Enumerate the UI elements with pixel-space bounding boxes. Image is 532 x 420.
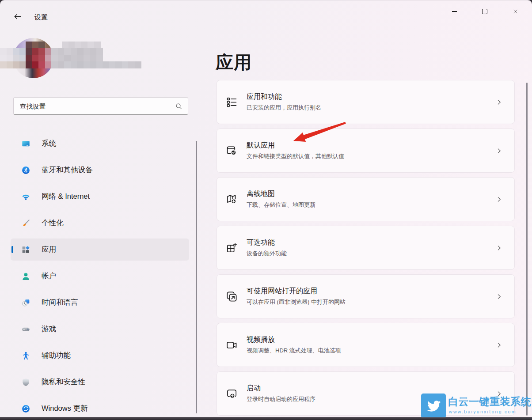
search-box[interactable]	[13, 97, 188, 115]
settings-card-default-apps[interactable]: 默认应用文件和链接类型的默认值，其他默认值	[217, 129, 515, 173]
card-text: 可选功能设备的额外功能	[247, 238, 287, 257]
sidebar-item-privacy[interactable]: 隐私和安全性	[11, 371, 189, 393]
card-text: 默认应用文件和链接类型的默认值，其他默认值	[247, 141, 344, 160]
card-subtitle: 视频调整、HDR 流式处理、电池选项	[247, 347, 341, 355]
window-bottom-edge	[0, 417, 532, 420]
sidebar-item-accounts[interactable]: 帐户	[11, 265, 189, 287]
video-playback-icon	[226, 339, 238, 351]
window-title: 设置	[34, 13, 48, 22]
search-icon	[175, 102, 183, 110]
settings-card-apps-features[interactable]: 应用和功能已安装的应用，应用执行别名	[217, 80, 515, 124]
watermark: 白云一键重装系统 www.baiyunxitong.com	[420, 393, 532, 417]
avatar[interactable]	[13, 38, 53, 78]
startup-icon	[226, 388, 238, 400]
card-title: 应用和功能	[247, 92, 321, 102]
card-text: 视频播放视频调整、HDR 流式处理、电池选项	[247, 335, 341, 355]
sidebar-item-time-language[interactable]: 时间和语言	[11, 291, 189, 314]
chevron-right-icon	[495, 196, 503, 203]
chevron-right-icon	[495, 341, 503, 349]
sidebar-item-label: 帐户	[42, 271, 56, 281]
card-title: 离线地图	[247, 189, 315, 199]
sidebar-item-label: 系统	[42, 139, 56, 148]
settings-window: 设置 系统蓝牙和其他设备网络 & Internet个性化应用帐户时间和语言游戏辅…	[0, 0, 532, 417]
sidebar-item-label: Windows 更新	[42, 404, 88, 413]
offline-maps-icon	[226, 193, 238, 205]
sidebar-item-apps[interactable]: 应用	[11, 238, 189, 261]
default-apps-icon	[226, 145, 238, 157]
chevron-right-icon	[495, 147, 503, 155]
settings-card-list: 应用和功能已安装的应用，应用执行别名默认应用文件和链接类型的默认值，其他默认值离…	[217, 80, 515, 417]
card-subtitle: 下载、存储位置、地图更新	[247, 201, 315, 209]
back-button[interactable]	[11, 11, 24, 24]
selected-indicator	[11, 246, 13, 253]
card-subtitle: 文件和链接类型的默认值，其他默认值	[247, 152, 344, 160]
settings-card-websites-apps[interactable]: 可使用网站打开的应用可以在应用 (而非浏览器) 中打开的网站	[217, 274, 515, 318]
sidebar-item-label: 网络 & Internet	[42, 192, 90, 201]
screenshot-stage: { "window": { "title": "设置", "controls":…	[0, 0, 532, 420]
maximize-icon	[482, 9, 487, 14]
card-title: 可选功能	[247, 238, 287, 247]
sidebar-item-system[interactable]: 系统	[11, 132, 189, 155]
card-text: 应用和功能已安装的应用，应用执行别名	[247, 92, 321, 112]
sidebar-item-label: 蓝牙和其他设备	[42, 165, 93, 175]
sidebar-item-label: 隐私和安全性	[42, 377, 85, 387]
sidebar-item-label: 应用	[42, 245, 56, 254]
card-text: 离线地图下载、存储位置、地图更新	[247, 189, 315, 209]
twitter-bird-icon	[421, 394, 446, 417]
apps-icon	[21, 245, 30, 254]
apps-features-icon	[226, 96, 238, 108]
close-icon	[512, 8, 518, 15]
card-title: 启动	[247, 384, 315, 393]
sidebar-scrollbar[interactable]	[196, 141, 197, 413]
sidebar-nav: 系统蓝牙和其他设备网络 & Internet个性化应用帐户时间和语言游戏辅助功能…	[11, 132, 189, 417]
settings-card-optional-features[interactable]: 可选功能设备的额外功能	[217, 226, 515, 270]
card-subtitle: 可以在应用 (而非浏览器) 中打开的网站	[247, 298, 346, 306]
personalization-icon	[21, 219, 30, 228]
accounts-icon	[21, 272, 30, 281]
chevron-right-icon	[495, 293, 503, 300]
privacy-icon	[21, 378, 30, 387]
back-arrow-icon	[13, 12, 22, 23]
sidebar-item-windows-update[interactable]: Windows 更新	[11, 397, 189, 417]
page-title: 应用	[216, 50, 252, 75]
sidebar-item-label: 个性化	[42, 218, 64, 228]
maximize-button[interactable]	[471, 4, 499, 19]
sidebar-item-label: 时间和语言	[42, 298, 78, 307]
accessibility-icon	[21, 351, 30, 360]
card-title: 默认应用	[247, 141, 344, 150]
card-subtitle: 已安装的应用，应用执行别名	[247, 104, 321, 112]
settings-card-offline-maps[interactable]: 离线地图下载、存储位置、地图更新	[217, 177, 515, 221]
optional-features-icon	[226, 242, 238, 254]
card-subtitle: 登录时自动启动的应用程序	[247, 395, 315, 403]
card-title: 视频播放	[247, 335, 341, 344]
sidebar-item-accessibility[interactable]: 辅助功能	[11, 344, 189, 367]
time-language-icon	[21, 298, 30, 307]
sidebar-item-label: 游戏	[42, 324, 56, 334]
windows-update-icon	[21, 404, 30, 413]
minimize-button[interactable]	[440, 4, 468, 19]
sidebar-item-personalization[interactable]: 个性化	[11, 212, 189, 234]
network-icon	[21, 192, 30, 201]
bluetooth-icon	[21, 166, 30, 175]
card-text: 可使用网站打开的应用可以在应用 (而非浏览器) 中打开的网站	[247, 287, 346, 306]
minimize-icon	[452, 11, 457, 11]
chevron-right-icon	[495, 244, 503, 252]
card-subtitle: 设备的额外功能	[247, 250, 287, 257]
gaming-icon	[21, 325, 30, 334]
chevron-right-icon	[495, 98, 503, 106]
sidebar-item-bluetooth[interactable]: 蓝牙和其他设备	[11, 159, 189, 181]
watermark-title: 白云一键重装系统	[448, 395, 532, 409]
search-input[interactable]	[19, 98, 167, 115]
card-text: 启动登录时自动启动的应用程序	[247, 384, 315, 403]
settings-card-video-playback[interactable]: 视频播放视频调整、HDR 流式处理、电池选项	[217, 323, 515, 367]
main-scrollbar[interactable]	[526, 83, 528, 416]
close-button[interactable]	[501, 4, 529, 19]
sidebar-item-label: 辅助功能	[42, 351, 71, 360]
system-icon	[21, 139, 30, 148]
sidebar-item-gaming[interactable]: 游戏	[11, 318, 189, 340]
sidebar-item-network[interactable]: 网络 & Internet	[11, 185, 189, 208]
watermark-url: www.baiyunxitong.com	[449, 409, 517, 414]
card-title: 可使用网站打开的应用	[247, 287, 346, 296]
websites-apps-icon	[226, 291, 238, 303]
